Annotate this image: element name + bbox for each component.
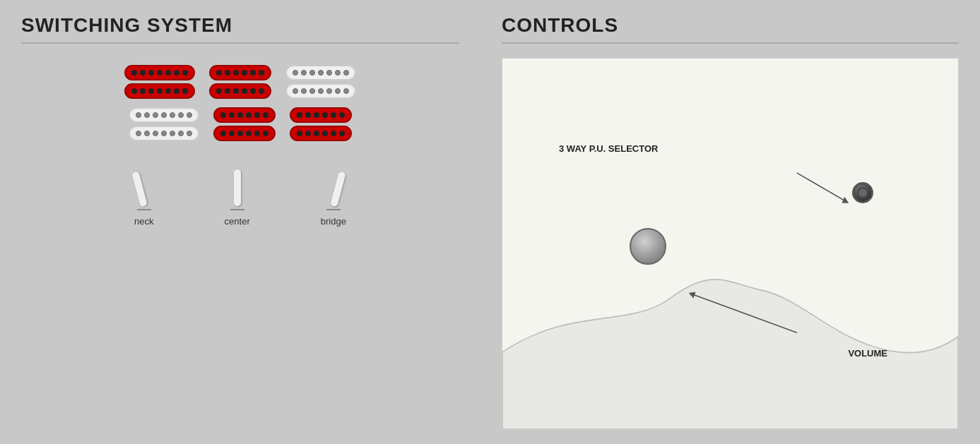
guitar-body-svg bbox=[502, 59, 958, 429]
pickup-coil-bridge-top-2 bbox=[285, 83, 356, 99]
pickup-row-1 bbox=[124, 65, 356, 99]
selector-knob-inner bbox=[857, 187, 868, 198]
pickup-coil-neck-bot-2 bbox=[129, 126, 199, 141]
pickup-coil-center-bot-2 bbox=[213, 126, 276, 141]
controls-diagram: 3 WAY P.U. SELECTOR VOLUME bbox=[502, 58, 959, 430]
switch-center-base bbox=[230, 209, 244, 210]
selector-knob bbox=[852, 182, 873, 203]
pickup-grid: neck center bridge bbox=[21, 65, 459, 227]
pickup-coil-neck-top-1 bbox=[124, 65, 195, 80]
switch-neck-base bbox=[137, 209, 151, 210]
controls-panel: CONTROLS 3 WAY P.U. SELECTOR VOLUME bbox=[480, 0, 980, 444]
controls-title: CONTROLS bbox=[502, 14, 959, 37]
pickup-neck-bot bbox=[129, 107, 199, 141]
pickup-coil-center-top-1 bbox=[209, 65, 271, 80]
volume-label: VOLUME bbox=[848, 348, 887, 359]
pickup-row-2 bbox=[129, 107, 352, 141]
pickup-coil-center-bot-1 bbox=[213, 107, 276, 123]
pickup-neck-top bbox=[124, 65, 195, 99]
pickup-coil-center-top-2 bbox=[209, 83, 271, 99]
switch-bridge-base bbox=[326, 209, 341, 210]
left-divider bbox=[21, 42, 459, 44]
switch-center-label: center bbox=[225, 216, 250, 227]
switching-title: SWITCHING SYSTEM bbox=[21, 14, 459, 37]
pickup-coil-neck-bot-1 bbox=[129, 107, 199, 123]
pickup-coil-bridge-bot-1 bbox=[290, 107, 352, 123]
pickup-bridge-top bbox=[285, 65, 356, 99]
switch-neck: neck bbox=[134, 164, 153, 227]
switch-bridge: bridge bbox=[321, 164, 346, 227]
svg-line-0 bbox=[797, 173, 846, 201]
right-divider bbox=[502, 42, 959, 44]
pickup-center-top bbox=[209, 65, 271, 99]
volume-knob bbox=[630, 228, 666, 265]
switch-section: neck center bridge bbox=[99, 164, 382, 227]
switch-center: center bbox=[225, 164, 250, 227]
pickup-coil-bridge-bot-2 bbox=[290, 126, 352, 141]
switch-bridge-label: bridge bbox=[321, 216, 346, 227]
switching-system-panel: SWITCHING SYSTEM bbox=[0, 0, 480, 444]
pickup-center-bot bbox=[213, 107, 276, 141]
pickup-coil-bridge-top-1 bbox=[285, 65, 356, 80]
pickup-coil-neck-top-2 bbox=[124, 83, 195, 99]
pickup-bridge-bot bbox=[290, 107, 352, 141]
switch-neck-label: neck bbox=[134, 216, 153, 227]
selector-label: 3 WAY P.U. SELECTOR bbox=[559, 143, 658, 154]
